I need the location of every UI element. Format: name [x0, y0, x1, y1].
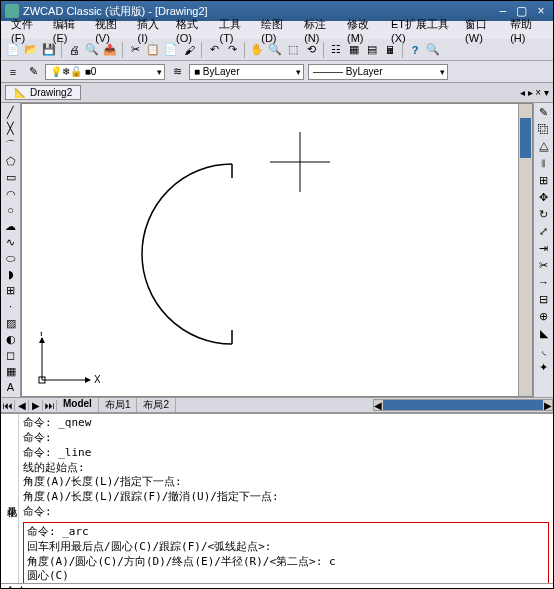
cmd-line: 命令: _qnew	[23, 416, 549, 431]
layout-tab[interactable]: Model	[57, 398, 99, 412]
command-input[interactable]: 命令:	[1, 583, 553, 589]
menu-item[interactable]: 帮助(H)	[506, 16, 547, 45]
menu-item[interactable]: 修改(M)	[343, 16, 385, 45]
undo-icon[interactable]: ↶	[206, 42, 222, 58]
menu-item[interactable]: 编辑(E)	[49, 16, 89, 45]
zoom-icon[interactable]: 🔍	[267, 42, 283, 58]
cmd-panel-label[interactable]: 最小化	[1, 414, 19, 583]
layerprop-icon[interactable]: ✎	[25, 64, 41, 80]
vscroll-thumb[interactable]	[520, 118, 531, 158]
layout-tab[interactable]: 布局1	[99, 398, 138, 412]
menu-item[interactable]: 窗口(W)	[461, 16, 504, 45]
pline-icon[interactable]: ⌒	[4, 138, 18, 152]
erase-icon[interactable]: ✎	[537, 106, 551, 120]
menu-item[interactable]: 工具(T)	[215, 16, 255, 45]
table-icon[interactable]: ▦	[4, 365, 18, 378]
explode-icon[interactable]: ✦	[537, 361, 551, 375]
cursor-crosshair	[270, 132, 330, 192]
hscrollbar[interactable]: ◀▶	[373, 399, 553, 411]
layerstate-icon[interactable]: ≋	[169, 64, 185, 80]
menu-item[interactable]: 标注(N)	[300, 16, 341, 45]
cmd-line: 命令: _arc	[27, 525, 545, 540]
save-icon[interactable]: 💾	[41, 42, 57, 58]
polygon-icon[interactable]: ⬠	[4, 155, 18, 168]
trim-icon[interactable]: ✂	[537, 259, 551, 273]
layer-icon[interactable]: ≡	[5, 64, 21, 80]
spline-icon[interactable]: ∿	[4, 236, 18, 249]
modify-toolbar: ✎ ⿻ ⧋ ⫴ ⊞ ✥ ↻ ⤢ ⇥ ✂ → ⊟ ⊕ ◣ ◟ ✦	[533, 103, 553, 397]
hscroll-thumb[interactable]	[383, 400, 543, 410]
ucs-icon: X Y	[30, 332, 100, 392]
preview-icon[interactable]: 🔍	[84, 42, 100, 58]
rect-icon[interactable]: ▭	[4, 171, 18, 184]
publish-icon[interactable]: 📤	[102, 42, 118, 58]
open-icon[interactable]: 📂	[23, 42, 39, 58]
paste-icon[interactable]: 📄	[163, 42, 179, 58]
copy-icon[interactable]: 📋	[145, 42, 161, 58]
copy2-icon[interactable]: ⿻	[537, 123, 551, 137]
new-icon[interactable]: 📄	[5, 42, 21, 58]
hatch-icon[interactable]: ▨	[4, 317, 18, 330]
match-icon[interactable]: 🖌	[181, 42, 197, 58]
menu-item[interactable]: 文件(F)	[7, 16, 47, 45]
x-axis-label: X	[94, 374, 100, 385]
calc-icon[interactable]: 🖩	[382, 42, 398, 58]
vscrollbar[interactable]	[518, 104, 532, 396]
chamfer-icon[interactable]: ◣	[537, 327, 551, 341]
search-icon[interactable]: 🔍	[425, 42, 441, 58]
layout-tab[interactable]: 布局2	[137, 398, 176, 412]
revcloud-icon[interactable]: ☁	[4, 220, 18, 233]
menu-item[interactable]: 插入(I)	[133, 16, 170, 45]
layer-dropdown[interactable]: 💡❄🔓 ■0	[45, 64, 165, 80]
circle-icon[interactable]: ○	[4, 204, 18, 217]
properties-toolbar: ≡ ✎ 💡❄🔓 ■0 ≋ ■ ByLayer ——— ByLayer	[1, 61, 553, 83]
menu-item[interactable]: 视图(V)	[91, 16, 131, 45]
tool-icon[interactable]: ▤	[364, 42, 380, 58]
move-icon[interactable]: ✥	[537, 191, 551, 205]
cmd-line: 角度(A)/长度(L)/指定下一点:	[23, 475, 549, 490]
prop-icon[interactable]: ☷	[328, 42, 344, 58]
point-icon[interactable]: ·	[4, 300, 18, 313]
stretch-icon[interactable]: ⇥	[537, 242, 551, 256]
redo-icon[interactable]: ↷	[224, 42, 240, 58]
offset-icon[interactable]: ⫴	[537, 157, 551, 171]
menu-item[interactable]: 绘图(D)	[257, 16, 298, 45]
doc-tab[interactable]: 📐 Drawing2	[5, 85, 81, 100]
help-icon[interactable]: ?	[407, 42, 423, 58]
gradient-icon[interactable]: ◐	[4, 333, 18, 346]
tab-controls[interactable]: ◂ ▸ × ▾	[520, 87, 549, 98]
fillet-icon[interactable]: ◟	[537, 344, 551, 358]
drawing-canvas[interactable]: X Y	[21, 103, 533, 397]
menu-item[interactable]: ET扩展工具(X)	[387, 16, 459, 45]
drawn-arc	[132, 154, 272, 354]
line-icon[interactable]: ╱	[4, 106, 18, 119]
tab-next-icon[interactable]: ▶	[29, 400, 43, 411]
pan-icon[interactable]: ✋	[249, 42, 265, 58]
design-icon[interactable]: ▦	[346, 42, 362, 58]
ellipsearc-icon[interactable]: ◗	[4, 268, 18, 281]
tab-first-icon[interactable]: ⏮	[1, 400, 15, 411]
block-icon[interactable]: ⊞	[4, 284, 18, 297]
color-dropdown[interactable]: ■ ByLayer	[189, 64, 304, 80]
arc-icon[interactable]: ◠	[4, 188, 18, 201]
tab-last-icon[interactable]: ⏭	[43, 400, 57, 411]
cmd-line: 命令: _line	[23, 446, 549, 461]
ellipse-icon[interactable]: ⬭	[4, 252, 18, 265]
mirror-icon[interactable]: ⧋	[537, 140, 551, 154]
linetype-dropdown[interactable]: ——— ByLayer	[308, 64, 448, 80]
rotate-icon[interactable]: ↻	[537, 208, 551, 222]
join-icon[interactable]: ⊕	[537, 310, 551, 324]
scale-icon[interactable]: ⤢	[537, 225, 551, 239]
zoomprev-icon[interactable]: ⟲	[303, 42, 319, 58]
extend-icon[interactable]: →	[537, 276, 551, 290]
text-icon[interactable]: A	[4, 381, 18, 394]
xline-icon[interactable]: ╳	[4, 122, 18, 135]
break-icon[interactable]: ⊟	[537, 293, 551, 307]
array-icon[interactable]: ⊞	[537, 174, 551, 188]
tab-prev-icon[interactable]: ◀	[15, 400, 29, 411]
cut-icon[interactable]: ✂	[127, 42, 143, 58]
print-icon[interactable]: 🖨	[66, 42, 82, 58]
region-icon[interactable]: ◻	[4, 349, 18, 362]
zoomwin-icon[interactable]: ⬚	[285, 42, 301, 58]
menu-item[interactable]: 格式(O)	[172, 16, 213, 45]
